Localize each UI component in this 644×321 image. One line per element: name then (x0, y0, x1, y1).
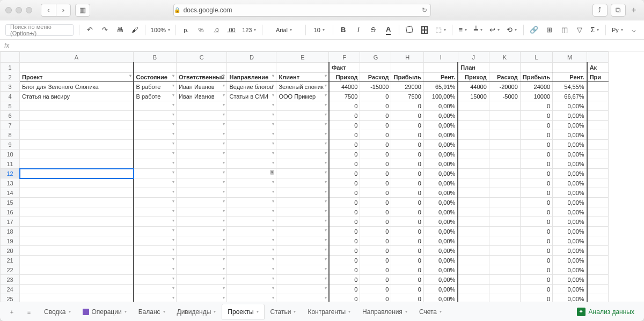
sidebar-button[interactable]: ▥ (75, 4, 90, 17)
cell-N7[interactable] (587, 121, 609, 130)
cell-J3[interactable]: 44000 (458, 82, 489, 92)
cell-K9[interactable] (489, 140, 520, 150)
cell-M15[interactable]: 0,00% (553, 198, 587, 207)
cell-D18[interactable] (227, 227, 276, 236)
cell-N24[interactable] (587, 285, 609, 294)
cell-M13[interactable]: 0,00% (553, 178, 587, 188)
cell-H8[interactable]: 0 (391, 130, 423, 140)
cell-L22[interactable]: 0 (520, 265, 552, 275)
cell-A12[interactable] (20, 169, 134, 178)
cell-N17[interactable] (587, 217, 609, 227)
row-header-10[interactable]: 10 (1, 150, 20, 159)
cell-B24[interactable] (134, 285, 177, 294)
cell-D22[interactable] (227, 265, 276, 275)
cell-K8[interactable] (489, 130, 520, 140)
cell-B20[interactable] (134, 246, 177, 256)
increase-decimal-button[interactable]: .00 (226, 24, 237, 36)
cell-A3[interactable]: Блог для Зеленого Слоника (20, 82, 134, 92)
cell-A11[interactable] (20, 159, 134, 169)
cell-E6[interactable] (276, 111, 329, 121)
cell-M20[interactable]: 0,00% (553, 246, 587, 256)
cell-K12[interactable] (489, 169, 520, 178)
cell-N12[interactable] (587, 169, 609, 178)
cell-D23[interactable] (227, 275, 276, 285)
cell-D17[interactable] (227, 217, 276, 227)
row-header-23[interactable]: 23 (1, 275, 20, 285)
cell-G21[interactable]: 0 (360, 256, 391, 265)
cell-N6[interactable] (587, 111, 609, 121)
cell-H20[interactable]: 0 (391, 246, 423, 256)
cell-E25[interactable] (276, 294, 329, 302)
cell-A10[interactable] (20, 150, 134, 159)
cell-F12[interactable]: 0 (329, 169, 360, 178)
cell-I6[interactable]: 0,00% (423, 111, 458, 121)
cell-H19[interactable]: 0 (391, 236, 423, 246)
cell-J23[interactable] (458, 275, 489, 285)
cell-L16[interactable]: 0 (520, 207, 552, 217)
cell-C7[interactable] (177, 121, 227, 130)
cell-G9[interactable]: 0 (360, 140, 391, 150)
cell-I19[interactable]: 0,00% (423, 236, 458, 246)
cell-D11[interactable] (227, 159, 276, 169)
tabs-button[interactable]: ⧉ (611, 4, 626, 17)
cell-D20[interactable] (227, 246, 276, 256)
cell-C9[interactable] (177, 140, 227, 150)
cell-L19[interactable]: 0 (520, 236, 552, 246)
cell-A18[interactable] (20, 227, 134, 236)
cell-J4[interactable]: 15000 (458, 92, 489, 101)
cell-C10[interactable] (177, 150, 227, 159)
cell-M19[interactable]: 0,00% (553, 236, 587, 246)
cell-C21[interactable] (177, 256, 227, 265)
col-header-H[interactable]: H (391, 52, 423, 63)
cell-H15[interactable]: 0 (391, 198, 423, 207)
cell-A6[interactable] (20, 111, 134, 121)
cell-N23[interactable] (587, 275, 609, 285)
cell-G14[interactable]: 0 (360, 188, 391, 198)
text-color-button[interactable]: A (384, 24, 393, 36)
spreadsheet-grid[interactable]: ABCDEFGHIJKLM1 Факт ПланАк2 ПроектСостоя… (0, 51, 644, 302)
cell-A22[interactable] (20, 265, 134, 275)
cell-H25[interactable]: 0 (391, 294, 423, 302)
cell-I5[interactable]: 0,00% (423, 101, 458, 111)
cell-K18[interactable] (489, 227, 520, 236)
cell-J24[interactable] (458, 285, 489, 294)
cell-B10[interactable] (134, 150, 177, 159)
cell-G23[interactable]: 0 (360, 275, 391, 285)
vertical-align-button[interactable]: ┷ (473, 24, 484, 36)
undo-button[interactable]: ↶ (85, 24, 94, 36)
cell-J14[interactable] (458, 188, 489, 198)
reload-icon[interactable]: ↻ (422, 6, 427, 14)
row-header-20[interactable]: 20 (1, 246, 20, 256)
cell-M6[interactable]: 0,00% (553, 111, 587, 121)
cell-F14[interactable]: 0 (329, 188, 360, 198)
close-window-icon[interactable] (5, 7, 12, 13)
cell-I3[interactable]: 65,91% (423, 82, 458, 92)
cell-B8[interactable] (134, 130, 177, 140)
chevron-down-icon[interactable]: ▾ (163, 309, 165, 314)
cell-F21[interactable]: 0 (329, 256, 360, 265)
cell-A7[interactable] (20, 121, 134, 130)
zoom-window-icon[interactable] (26, 7, 32, 13)
sheet-tab-Дивиденды[interactable]: Дивиденды▾ (172, 304, 222, 319)
cell-I11[interactable]: 0,00% (423, 159, 458, 169)
fill-color-button[interactable] (405, 24, 414, 36)
row-header-19[interactable]: 19 (1, 236, 20, 246)
row-header-4[interactable]: 4 (1, 92, 20, 101)
cell-C16[interactable] (177, 207, 227, 217)
paint-format-button[interactable]: 🖌 (130, 24, 140, 36)
cell-I7[interactable]: 0,00% (423, 121, 458, 130)
cell-H17[interactable]: 0 (391, 217, 423, 227)
cell-I15[interactable]: 0,00% (423, 198, 458, 207)
cell-C3[interactable]: Иван Иванов (177, 82, 227, 92)
cell-F9[interactable]: 0 (329, 140, 360, 150)
cell-M17[interactable]: 0,00% (553, 217, 587, 227)
filter-button[interactable]: ▽ (575, 24, 584, 36)
url-bar[interactable]: 🔒 docs.google.com ↻ (173, 4, 431, 17)
cell-J6[interactable] (458, 111, 489, 121)
col-header-G[interactable]: G (360, 52, 391, 63)
cell-G24[interactable]: 0 (360, 285, 391, 294)
cell-H14[interactable]: 0 (391, 188, 423, 198)
functions-button[interactable]: Σ (590, 24, 600, 36)
cell-N5[interactable] (587, 101, 609, 111)
cell-C24[interactable] (177, 285, 227, 294)
